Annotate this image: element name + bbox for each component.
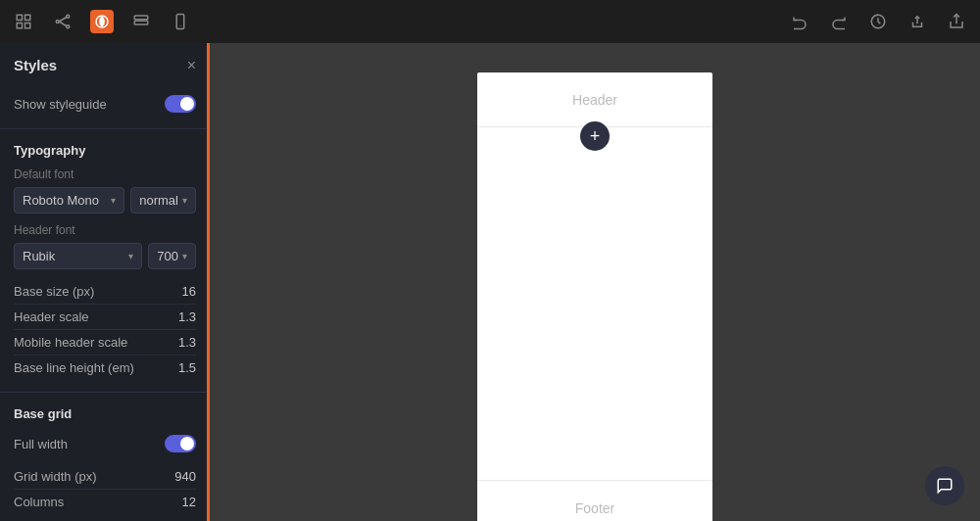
base-line-height-row: Base line height (em) 1.5 xyxy=(14,355,196,380)
default-font-select[interactable]: Roboto Mono ▾ xyxy=(14,187,124,213)
page-header-text: Header xyxy=(572,92,617,108)
header-font-select-row: Rubik ▾ 700 ▾ xyxy=(14,243,196,269)
toggle-knob xyxy=(180,437,194,450)
page-footer-text: Footer xyxy=(575,500,614,516)
mobile-header-scale-label: Mobile header scale xyxy=(14,335,127,350)
svg-rect-10 xyxy=(134,16,148,20)
sidebar-header: Styles × xyxy=(0,43,210,83)
mobile-icon[interactable] xyxy=(169,10,192,33)
columns-row: Columns 12 xyxy=(14,490,196,514)
grid-width-label: Grid width (px) xyxy=(14,469,97,484)
typography-section: Typography Default font Roboto Mono ▾ no… xyxy=(0,128,210,392)
svg-rect-1 xyxy=(25,15,30,20)
base-size-value[interactable]: 16 xyxy=(182,284,196,299)
header-scale-row: Header scale 1.3 xyxy=(14,305,196,330)
default-font-label: Default font xyxy=(14,167,196,181)
typography-label: Typography xyxy=(14,143,196,158)
default-font-select-row: Roboto Mono ▾ normal ▾ xyxy=(14,187,196,213)
layers-icon[interactable] xyxy=(129,10,153,33)
svg-line-8 xyxy=(59,22,67,26)
undo-icon[interactable] xyxy=(788,10,811,33)
chevron-down-icon: ▾ xyxy=(182,251,187,261)
toolbar xyxy=(0,0,980,43)
history-icon[interactable] xyxy=(866,10,890,33)
styles-icon[interactable] xyxy=(90,10,114,33)
toolbar-right xyxy=(788,10,968,33)
page-header: Header xyxy=(477,72,712,127)
share-icon[interactable] xyxy=(945,10,968,33)
base-size-label: Base size (px) xyxy=(14,284,94,299)
base-size-row: Base size (px) 16 xyxy=(14,279,196,305)
svg-point-5 xyxy=(67,15,70,18)
full-width-row: Full width xyxy=(14,431,196,456)
base-grid-section: Base grid Full width Grid width (px) 940… xyxy=(0,392,210,521)
base-line-height-value[interactable]: 1.5 xyxy=(178,360,196,375)
chevron-down-icon: ▾ xyxy=(182,195,187,206)
base-line-height-label: Base line height (em) xyxy=(14,360,134,375)
header-font-select[interactable]: Rubik ▾ xyxy=(14,243,142,269)
styleguide-section: Show styleguide xyxy=(0,83,210,128)
columns-value[interactable]: 12 xyxy=(182,495,196,509)
toolbar-left xyxy=(12,10,192,33)
svg-rect-12 xyxy=(176,15,184,29)
base-grid-label: Base grid xyxy=(14,406,196,421)
export-icon[interactable] xyxy=(906,10,929,33)
grid-width-row: Grid width (px) 940 xyxy=(14,464,196,490)
page-content xyxy=(477,127,712,480)
full-width-toggle[interactable] xyxy=(165,435,196,452)
header-font-label: Header font xyxy=(14,223,196,237)
show-styleguide-row: Show styleguide xyxy=(14,91,196,117)
chat-button[interactable] xyxy=(925,466,964,505)
sidebar: Styles × Show styleguide Typography Defa… xyxy=(0,43,210,521)
nodes-icon[interactable] xyxy=(51,10,74,33)
grid-icon[interactable] xyxy=(12,10,35,33)
header-font-weight-select[interactable]: 700 ▾ xyxy=(148,243,196,269)
chevron-down-icon: ▾ xyxy=(111,195,116,206)
show-styleguide-label: Show styleguide xyxy=(14,97,107,112)
chevron-down-icon: ▾ xyxy=(128,251,133,261)
mobile-header-scale-row: Mobile header scale 1.3 xyxy=(14,330,196,355)
grid-width-value[interactable]: 940 xyxy=(174,469,196,484)
show-styleguide-toggle[interactable] xyxy=(165,95,196,113)
canvas-area: Header + Footer xyxy=(210,43,980,521)
svg-rect-0 xyxy=(17,15,22,20)
columns-label: Columns xyxy=(14,495,64,509)
page-footer: Footer xyxy=(477,480,712,521)
header-scale-label: Header scale xyxy=(14,309,89,324)
mobile-header-scale-value[interactable]: 1.3 xyxy=(178,335,196,350)
svg-line-7 xyxy=(59,18,67,23)
svg-rect-2 xyxy=(17,24,22,28)
svg-point-6 xyxy=(67,25,70,28)
svg-point-4 xyxy=(56,21,59,24)
sidebar-title: Styles xyxy=(14,57,57,73)
add-section-button[interactable]: + xyxy=(580,121,610,151)
toggle-knob xyxy=(180,97,194,111)
main-layout: Styles × Show styleguide Typography Defa… xyxy=(0,43,980,521)
redo-icon[interactable] xyxy=(827,10,851,33)
full-width-label: Full width xyxy=(14,437,68,451)
svg-rect-3 xyxy=(25,24,30,28)
svg-rect-11 xyxy=(134,21,148,24)
page-frame: Header + Footer xyxy=(477,72,712,521)
default-font-weight-select[interactable]: normal ▾ xyxy=(130,187,196,213)
numeric-rows: Base size (px) 16 Header scale 1.3 Mobil… xyxy=(14,279,196,380)
header-scale-value[interactable]: 1.3 xyxy=(178,309,196,324)
sidebar-close-button[interactable]: × xyxy=(187,58,196,73)
